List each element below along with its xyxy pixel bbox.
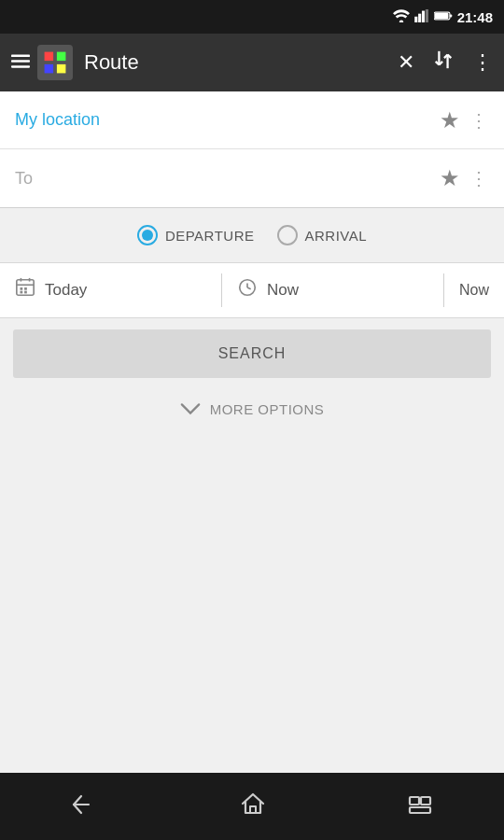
svg-rect-29 (24, 291, 27, 294)
svg-rect-14 (45, 64, 54, 74)
search-button[interactable]: SEARCH (13, 329, 491, 378)
app-logo (37, 45, 73, 80)
svg-rect-4 (426, 9, 428, 22)
svg-rect-11 (37, 45, 73, 80)
datetime-section: Today Now Now (0, 262, 504, 318)
from-more-icon[interactable]: ⋮ (469, 109, 489, 132)
from-input[interactable]: My location (15, 110, 440, 130)
wifi-icon (393, 9, 410, 25)
recents-nav-button[interactable] (385, 785, 455, 829)
svg-rect-37 (410, 807, 430, 813)
svg-rect-2 (418, 13, 421, 21)
svg-rect-7 (450, 14, 452, 17)
svg-rect-26 (21, 287, 23, 290)
status-bar: 21:48 (0, 0, 504, 34)
signal-icon (414, 9, 429, 25)
back-nav-button[interactable] (49, 785, 120, 829)
departure-label: DEPARTURE (165, 228, 255, 244)
time-value: Now (267, 281, 299, 300)
clock-icon (237, 277, 258, 303)
svg-rect-9 (11, 60, 30, 63)
svg-rect-13 (57, 52, 66, 62)
svg-rect-10 (11, 65, 30, 68)
app-title: Route (84, 50, 398, 75)
departure-radio[interactable]: DEPARTURE (137, 225, 255, 245)
search-section: SEARCH (0, 318, 504, 389)
now-badge[interactable]: Now (444, 282, 504, 299)
calendar-icon (15, 277, 35, 303)
to-row: To ★ ⋮ (0, 149, 504, 207)
radio-section: DEPARTURE ARRIVAL (0, 208, 504, 262)
svg-rect-27 (24, 287, 27, 290)
svg-rect-12 (45, 52, 54, 62)
departure-radio-inner (142, 230, 153, 241)
overflow-menu-icon[interactable]: ⋮ (472, 50, 493, 75)
app-bar-actions: ✕ ⋮ (398, 49, 493, 76)
home-nav-button[interactable] (218, 785, 287, 829)
close-icon[interactable]: ✕ (398, 50, 414, 75)
svg-rect-3 (422, 10, 425, 21)
to-more-icon[interactable]: ⋮ (469, 167, 489, 189)
hamburger-icon[interactable] (11, 52, 30, 74)
nav-bar (0, 773, 504, 840)
svg-line-32 (247, 287, 251, 289)
more-options-label: MORE OPTIONS (210, 401, 325, 417)
app-bar: Route ✕ ⋮ (0, 34, 504, 91)
battery-icon (434, 10, 453, 24)
swap-icon[interactable] (433, 49, 454, 76)
from-row: My location ★ ⋮ (0, 91, 504, 149)
arrival-label: ARRIVAL (305, 228, 368, 244)
svg-rect-8 (11, 54, 30, 57)
to-input[interactable]: To (15, 169, 440, 189)
svg-rect-1 (414, 16, 417, 21)
more-options[interactable]: MORE OPTIONS (0, 389, 504, 429)
time-cell[interactable]: Now (222, 277, 443, 303)
to-star-icon[interactable]: ★ (440, 165, 460, 191)
departure-radio-circle (137, 225, 158, 245)
arrival-radio-circle (277, 225, 298, 245)
status-icons: 21:48 (393, 9, 493, 25)
from-star-icon[interactable]: ★ (440, 107, 460, 133)
status-time: 21:48 (457, 9, 493, 25)
input-section: My location ★ ⋮ To ★ ⋮ (0, 91, 504, 208)
main-content: My location ★ ⋮ To ★ ⋮ DEPARTURE ARRIVAL (0, 91, 504, 773)
svg-point-0 (399, 20, 403, 22)
date-cell[interactable]: Today (0, 277, 221, 303)
chevron-down-icon (180, 399, 201, 420)
arrival-radio[interactable]: ARRIVAL (277, 225, 368, 245)
svg-rect-6 (434, 12, 448, 18)
svg-rect-35 (410, 797, 419, 805)
svg-rect-15 (57, 64, 66, 74)
svg-rect-28 (21, 291, 23, 294)
date-value: Today (45, 281, 87, 300)
svg-rect-36 (421, 797, 430, 805)
